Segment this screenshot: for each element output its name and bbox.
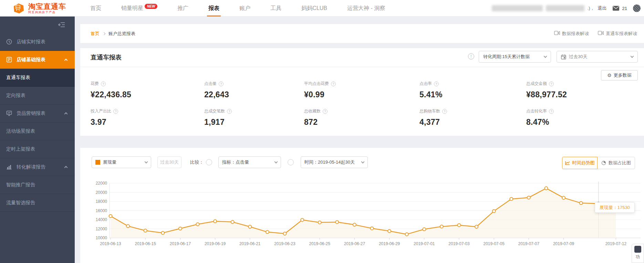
floating-widget-icon — [634, 246, 641, 253]
date-range-value: 过去30天 — [569, 54, 587, 60]
nav-item-label: 推广 — [177, 5, 188, 12]
sidebar-item-label: 活动场景报表 — [6, 128, 35, 134]
compare-radio[interactable] — [206, 159, 212, 165]
svg-text:2019-06-21: 2019-06-21 — [239, 241, 261, 246]
floating-widget[interactable]: 功 — [632, 244, 644, 263]
nav-item-销量明星[interactable]: 销量明星NEW — [121, 0, 157, 17]
sidebar-item-label: 定时上架报表 — [6, 146, 35, 152]
help-link-数据报表解读[interactable]: 数据报表解读 — [554, 31, 589, 37]
time-value: 时间：2019-05-14起30天 — [304, 159, 355, 165]
sidebar-item-label: 直通车报表 — [6, 75, 30, 81]
video-icon — [598, 31, 604, 36]
metric-点击量: 点击量?22,643 — [204, 81, 301, 99]
mail-icon[interactable] — [613, 6, 619, 11]
sidebar-collapse-icon[interactable] — [58, 22, 65, 29]
nav-item-工具[interactable]: 工具 — [270, 0, 281, 17]
sidebar-item-直通车报表[interactable]: 直通车报表 — [0, 69, 75, 87]
logout-link[interactable]: 退出 — [598, 5, 607, 11]
nav-item-账户[interactable]: 账户 — [239, 0, 250, 17]
question-icon[interactable]: ? — [549, 109, 554, 114]
sidebar-item-定时上架报表[interactable]: 定时上架报表 — [0, 140, 75, 158]
metric-label: 点击量? — [204, 81, 301, 87]
question-icon[interactable]: ? — [442, 109, 447, 114]
help-link-直通车报表解读[interactable]: 直通车报表解读 — [598, 31, 637, 37]
nav-item-label: 首页 — [90, 5, 101, 12]
metric-value: 872 — [304, 118, 401, 127]
svg-text:18000: 18000 — [96, 199, 107, 204]
sidebar-item-活动场景报表[interactable]: 活动场景报表 — [0, 122, 75, 140]
sidebar-menu: 店铺实时报表店铺基础报表直通车报表定向报表货品营销报表活动场景报表定时上架报表转… — [0, 33, 75, 212]
sidebar-item-流量智选报告[interactable]: 流量智选报告 — [0, 194, 75, 212]
nav-item-报表[interactable]: 报表 — [208, 0, 219, 17]
trend-chart[interactable]: 100001200014000160001800020000220002019-… — [80, 172, 644, 263]
svg-text:2019-07-12: 2019-07-12 — [605, 241, 627, 246]
metric-label: 总购物车数? — [419, 108, 516, 114]
date-range-select[interactable]: 过去30天 — [557, 51, 638, 63]
indicator-select[interactable]: 指标：点击量 — [218, 156, 281, 168]
metric-value: 5.41% — [419, 90, 516, 99]
nav-item-推广[interactable]: 推广 — [177, 0, 188, 17]
app: 淘宝直通车 阿里妈妈旗下产品 首页销量明星NEW推广报表账户工具妈妈CLUB运营… — [0, 0, 644, 263]
avatar[interactable] — [633, 4, 641, 12]
conversion-period-select[interactable]: 转化周期:15天累计数据 — [479, 51, 551, 63]
sidebar: 店铺实时报表店铺基础报表直通车报表定向报表货品营销报表活动场景报表定时上架报表转… — [0, 17, 75, 263]
metric-value: 8.47% — [526, 118, 623, 127]
line-chart-icon — [565, 161, 570, 165]
question-icon[interactable]: ? — [219, 81, 224, 86]
metric-label-text: 总购物车数 — [419, 108, 440, 114]
nav-item-label: 妈妈CLUB — [301, 5, 327, 12]
sidebar-item-货品营销报表[interactable]: 货品营销报表 — [0, 105, 75, 122]
metric-value: 3.97 — [91, 118, 187, 127]
metric-label: 总成交金额? — [526, 81, 623, 87]
svg-text:2019-06-13: 2019-06-13 — [100, 241, 121, 246]
svg-text:2019-07-07: 2019-07-07 — [518, 241, 540, 246]
metric-label-text: 点击率 — [419, 81, 432, 87]
chevron-down-icon — [544, 55, 547, 58]
report-icon — [6, 57, 12, 63]
logo-title: 淘宝直通车 — [28, 3, 66, 10]
sidebar-item-定向报表[interactable]: 定向报表 — [0, 87, 75, 105]
metric-平均点击花费: 平均点击花费?¥0.99 — [304, 81, 401, 99]
breadcrumb-home[interactable]: 首页 — [91, 31, 100, 37]
metric-总成交笔数: 总成交笔数?1,917 — [204, 108, 301, 127]
pie-chart-button[interactable]: 数据占比图 — [597, 157, 635, 169]
sidebar-item-店铺实时报表[interactable]: 店铺实时报表 — [0, 33, 75, 51]
nav-menu: 首页销量明星NEW推广报表账户工具妈妈CLUB运营大神 - 洞察 — [90, 0, 385, 17]
nav-item-首页[interactable]: 首页 — [90, 0, 101, 17]
chevron-down-icon — [361, 160, 365, 164]
time-select[interactable]: 时间：2019-05-14起30天 — [301, 156, 368, 168]
nav-item-运营大神 - 洞察[interactable]: 运营大神 - 洞察 — [347, 0, 385, 17]
question-icon[interactable]: ? — [434, 81, 439, 86]
metric-label: 总成交笔数? — [204, 108, 301, 114]
chevron-up-icon — [64, 112, 68, 116]
report-card: 直通车报表 ! 转化周期:15天累计数据 过去30天 ⚙ 更多数据 花费?¥22… — [80, 48, 644, 136]
question-icon[interactable]: ? — [323, 109, 328, 114]
chevron-down-icon — [274, 160, 278, 164]
nav-item-label: 销量明星 — [121, 5, 143, 12]
question-icon[interactable]: ? — [331, 81, 336, 86]
info-icon[interactable]: ! — [468, 53, 474, 59]
question-icon[interactable]: ? — [113, 109, 118, 114]
sidebar-item-智能推广报告[interactable]: 智能推广报告 — [0, 176, 75, 194]
sidebar-item-label: 店铺实时报表 — [17, 39, 45, 45]
nav-item-妈妈CLUB[interactable]: 妈妈CLUB — [301, 0, 327, 17]
sidebar-item-转化解读报告[interactable]: 转化解读报告 — [0, 158, 75, 176]
trend-chart-button[interactable]: 时间趋势图 — [562, 157, 598, 169]
question-icon[interactable]: ? — [227, 109, 232, 114]
question-icon[interactable]: ? — [549, 81, 554, 86]
question-icon[interactable]: ? — [101, 81, 106, 86]
video-icon — [554, 31, 560, 36]
metric-value: ¥88,977.52 — [526, 90, 623, 99]
logo[interactable]: 淘宝直通车 阿里妈妈旗下产品 — [12, 1, 66, 15]
chart-metric-select[interactable]: 展现量 — [92, 156, 151, 168]
nav-item-label: 运营大神 - 洞察 — [347, 5, 385, 12]
chevron-up-icon — [64, 59, 68, 62]
metric-label-text: 总成交笔数 — [204, 108, 225, 114]
svg-text:2019-07-01: 2019-07-01 — [414, 241, 435, 246]
sidebar-item-店铺基础报表[interactable]: 店铺基础报表 — [0, 51, 75, 69]
metric-label: 总收藏数? — [304, 108, 401, 114]
time-compare-radio[interactable] — [288, 159, 294, 165]
svg-text:2019-06-25: 2019-06-25 — [309, 241, 331, 246]
metric-label: 平均点击花费? — [304, 81, 401, 87]
more-data-button[interactable]: ⚙ 更多数据 — [601, 70, 638, 80]
